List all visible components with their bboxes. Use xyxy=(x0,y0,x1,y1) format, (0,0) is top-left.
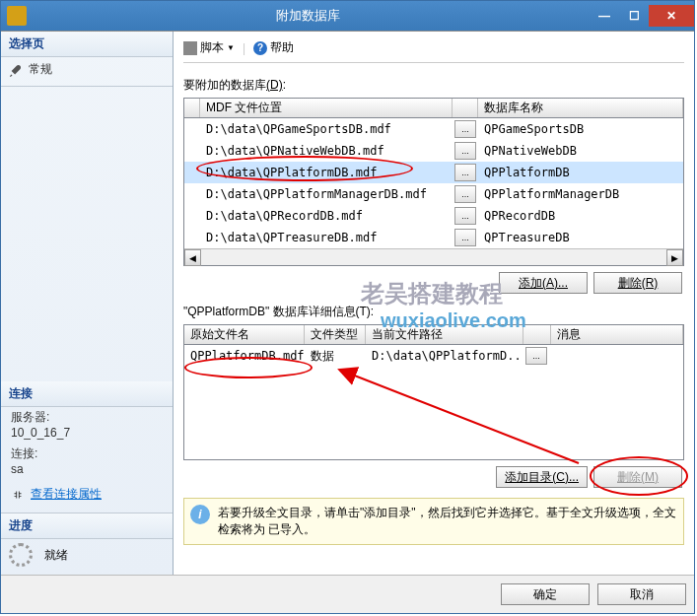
remove-button[interactable]: 删除(R) xyxy=(593,272,682,294)
connection-icon xyxy=(11,488,25,502)
cancel-button[interactable]: 取消 xyxy=(597,583,686,605)
add-directory-button[interactable]: 添加目录(C)... xyxy=(496,466,588,488)
dbname-cell: QPPlatformDB xyxy=(478,164,683,181)
server-label: 服务器: xyxy=(1,407,173,426)
mdf-cell: D:\data\QPPlatformManagerDB.mdf xyxy=(200,185,453,203)
info-message: i 若要升级全文目录，请单击"添加目录"，然后找到它并选择它。基于全文升级选项，… xyxy=(183,498,684,545)
browse-button[interactable]: ... xyxy=(454,142,476,160)
progress-status-ready: 就绪 xyxy=(1,539,173,571)
mdf-cell: D:\data\QPRecordDB.mdf xyxy=(200,207,453,225)
table-row[interactable]: D:\data\QPNativeWebDB.mdf...QPNativeWebD… xyxy=(184,140,683,162)
help-icon: ? xyxy=(253,41,267,55)
details-grid[interactable]: 原始文件名 文件类型 当前文件路径 消息 QPPlatformDB.mdf数据D… xyxy=(183,324,684,460)
mdf-cell: D:\data\QPNativeWebDB.mdf xyxy=(200,142,453,160)
browse-button[interactable]: ... xyxy=(454,207,476,225)
script-label: 脚本 xyxy=(200,39,224,56)
progress-spinner-icon xyxy=(9,543,33,567)
mdf-cell: D:\data\QPGameSportsDB.mdf xyxy=(200,120,453,138)
browse-button[interactable]: ... xyxy=(454,164,476,181)
scroll-right-icon[interactable]: ▶ xyxy=(666,249,683,266)
table-row[interactable]: D:\data\QPRecordDB.mdf...QPRecordDB xyxy=(184,205,683,227)
col-dbname-header[interactable]: 数据库名称 xyxy=(478,99,683,117)
dbname-cell: QPPlatformManagerDB xyxy=(478,185,683,203)
details-label: "QPPlatformDB" 数据库详细信息(T): xyxy=(183,304,684,320)
app-icon xyxy=(7,6,27,26)
col-path-header[interactable]: 当前文件路径 xyxy=(366,325,523,344)
sidebar-item-general[interactable]: 常规 xyxy=(1,57,173,82)
browse-button[interactable]: ... xyxy=(454,120,476,138)
table-row[interactable]: QPPlatformDB.mdf数据D:\data\QPPlatformD...… xyxy=(184,345,683,367)
add-button[interactable]: 添加(A)... xyxy=(499,272,588,294)
conn-label: 连接: xyxy=(1,444,173,462)
mdf-cell: D:\data\QPTreasureDB.mdf xyxy=(200,229,453,246)
select-page-header: 选择页 xyxy=(1,32,173,57)
type-cell: 数据 xyxy=(305,346,366,367)
col-msg-header[interactable]: 消息 xyxy=(551,325,683,344)
titlebar: 附加数据库 — ☐ ✕ xyxy=(1,1,694,31)
info-text: 若要升级全文目录，请单击"添加目录"，然后找到它并选择它。基于全文升级选项，全文… xyxy=(218,505,677,538)
script-icon xyxy=(183,41,197,55)
col-mdf-header[interactable]: MDF 文件位置 xyxy=(200,99,453,117)
sidebar: 选择页 常规 连接 服务器: 10_0_16_7 连接: sa 查看连接属性 xyxy=(1,32,174,575)
maximize-button[interactable]: ☐ xyxy=(619,5,649,27)
conn-value: sa xyxy=(1,462,173,480)
dbname-cell: QPNativeWebDB xyxy=(478,142,683,160)
view-props-text: 查看连接属性 xyxy=(31,486,102,503)
server-value: 10_0_16_7 xyxy=(1,426,173,444)
info-icon: i xyxy=(190,505,210,524)
browse-button[interactable]: ... xyxy=(454,185,476,203)
attach-db-label: 要附加的数据库(D): xyxy=(183,77,684,94)
close-button[interactable]: ✕ xyxy=(649,5,694,27)
scroll-left-icon[interactable]: ◀ xyxy=(184,249,201,266)
table-row[interactable]: D:\data\QPPlatformDB.mdf...QPPlatformDB xyxy=(184,162,683,183)
browse-button[interactable]: ... xyxy=(525,347,547,365)
general-label: 常规 xyxy=(29,61,52,78)
dbname-cell: QPGameSportsDB xyxy=(478,120,683,138)
mdf-cell: D:\data\QPPlatformDB.mdf xyxy=(200,164,453,181)
ready-label: 就绪 xyxy=(44,547,68,564)
content-area: 脚本 ▼ | ? 帮助 要附加的数据库(D): MDF 文件位置 数据库名称 xyxy=(174,32,694,575)
wrench-icon xyxy=(9,63,23,77)
progress-header: 进度 xyxy=(1,513,173,539)
col-type-header[interactable]: 文件类型 xyxy=(305,325,366,344)
ok-button[interactable]: 确定 xyxy=(501,583,590,605)
table-row[interactable]: D:\data\QPPlatformManagerDB.mdf...QPPlat… xyxy=(184,183,683,205)
browse-button[interactable]: ... xyxy=(454,229,476,246)
col-orig-header[interactable]: 原始文件名 xyxy=(184,325,305,344)
footer: 确定 取消 xyxy=(1,575,694,613)
dbname-cell: QPTreasureDB xyxy=(478,229,683,246)
table-row[interactable]: D:\data\QPTreasureDB.mdf...QPTreasureDB xyxy=(184,227,683,248)
minimize-button[interactable]: — xyxy=(590,5,619,27)
horizontal-scrollbar[interactable]: ◀ ▶ xyxy=(184,248,683,265)
table-row[interactable]: D:\data\QPGameSportsDB.mdf...QPGameSport… xyxy=(184,118,683,140)
orig-cell: QPPlatformDB.mdf xyxy=(184,347,305,365)
script-dropdown[interactable]: 脚本 ▼ xyxy=(183,39,235,56)
msg-cell xyxy=(551,354,683,358)
chevron-down-icon: ▼ xyxy=(227,43,235,52)
view-connection-properties-link[interactable]: 查看连接属性 xyxy=(1,480,173,509)
help-button[interactable]: ? 帮助 xyxy=(253,39,294,56)
help-label: 帮助 xyxy=(270,39,294,56)
dbname-cell: QPRecordDB xyxy=(478,207,683,225)
connection-header: 连接 xyxy=(1,381,173,407)
remove-m-button[interactable]: 删除(M) xyxy=(593,466,682,488)
window-title: 附加数据库 xyxy=(27,7,590,25)
attach-db-grid[interactable]: MDF 文件位置 数据库名称 D:\data\QPGameSportsDB.md… xyxy=(183,98,684,266)
toolbar: 脚本 ▼ | ? 帮助 xyxy=(183,39,684,63)
path-cell: D:\data\QPPlatformD... xyxy=(366,347,523,365)
